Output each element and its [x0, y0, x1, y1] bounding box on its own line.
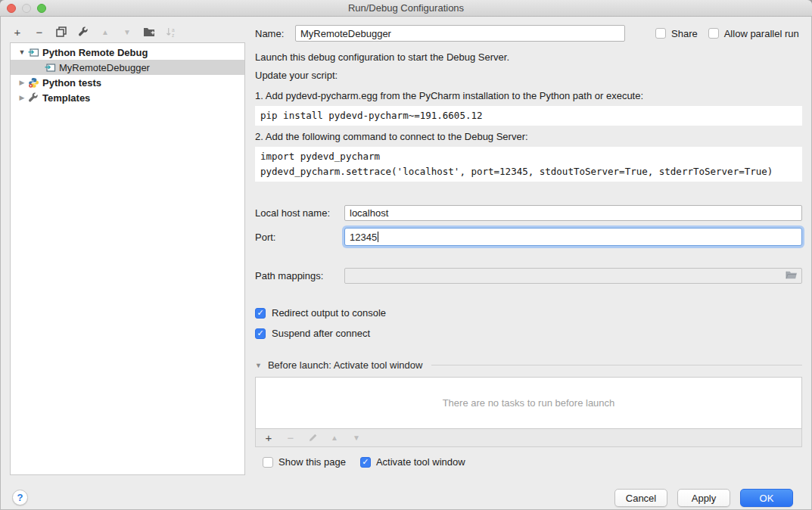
- tree-item-label: MyRemoteDebugger: [59, 62, 150, 73]
- configurations-toolbar: + − ▲ ▼ az: [11, 23, 178, 41]
- remote-debug-icon: [45, 62, 56, 73]
- path-mappings-label: Path mappings:: [255, 270, 344, 281]
- configuration-editor: Name: Share Allow parallel run Launch th…: [255, 17, 802, 468]
- sort-configurations-icon[interactable]: az: [164, 25, 178, 39]
- name-input[interactable]: [295, 25, 625, 42]
- remove-configuration-icon[interactable]: −: [33, 25, 46, 39]
- dialog-footer: ? Cancel Apply OK: [0, 475, 812, 510]
- text-caret: [378, 232, 378, 242]
- local-host-name-input[interactable]: [344, 205, 802, 221]
- python-tests-icon: [28, 77, 39, 89]
- configurations-tree: ▼ Python Remote Debug MyRemoteDebugger ▶: [10, 42, 245, 475]
- copy-configuration-icon[interactable]: [54, 25, 68, 39]
- add-configuration-icon[interactable]: +: [11, 25, 24, 39]
- redirect-output-checkbox[interactable]: ✓: [255, 308, 266, 319]
- tree-item-myremotedebugger[interactable]: MyRemoteDebugger: [11, 60, 244, 75]
- task-list-toolbar: + − ▲ ▼: [255, 429, 802, 447]
- tree-item-python-remote-debug[interactable]: ▼ Python Remote Debug: [11, 45, 244, 60]
- help-icon: ?: [17, 492, 23, 503]
- apply-button[interactable]: Apply: [677, 489, 730, 507]
- create-folder-icon[interactable]: [142, 25, 156, 39]
- window-title: Run/Debug Configurations: [0, 0, 812, 17]
- help-button[interactable]: ?: [12, 490, 28, 505]
- chevron-right-icon[interactable]: ▶: [17, 79, 26, 86]
- move-task-up-icon[interactable]: ▲: [328, 431, 341, 445]
- path-mappings-input[interactable]: [344, 268, 802, 284]
- allow-parallel-run-checkbox-row[interactable]: Allow parallel run: [708, 28, 799, 39]
- port-label: Port:: [255, 232, 344, 243]
- before-launch-task-list: There are no tasks to run before launch: [255, 377, 802, 429]
- move-down-icon[interactable]: ▼: [120, 25, 134, 39]
- show-this-page-label: Show this page: [278, 456, 346, 468]
- remote-debug-icon: [28, 47, 39, 58]
- move-task-down-icon[interactable]: ▼: [350, 431, 363, 445]
- redirect-output-label: Redirect output to console: [272, 307, 386, 319]
- local-host-name-label: Local host name:: [255, 207, 344, 219]
- before-launch-title: Before launch: Activate tool window: [268, 359, 423, 371]
- tree-item-label: Templates: [42, 92, 90, 104]
- svg-text:z: z: [171, 33, 173, 38]
- port-input[interactable]: 12345: [344, 228, 802, 246]
- svg-text:a: a: [171, 26, 174, 32]
- activate-tool-window-label: Activate tool window: [376, 456, 465, 468]
- tree-item-python-tests[interactable]: ▶ Python tests: [11, 75, 244, 90]
- run-debug-configurations-dialog: Run/Debug Configurations + − ▲ ▼ az ▼ Py…: [0, 0, 812, 510]
- settrace-code: import pydevd_pycharm pydevd_pycharm.set…: [255, 147, 802, 182]
- edit-templates-icon[interactable]: [76, 25, 90, 39]
- share-label: Share: [671, 28, 698, 39]
- move-up-icon[interactable]: ▲: [98, 25, 112, 39]
- activate-tool-window-row[interactable]: ✓ Activate tool window: [360, 456, 465, 468]
- add-task-icon[interactable]: +: [262, 431, 275, 445]
- chevron-down-icon[interactable]: ▼: [17, 48, 26, 56]
- tree-item-label: Python tests: [42, 77, 101, 89]
- cancel-button[interactable]: Cancel: [614, 489, 667, 507]
- activate-tool-window-checkbox[interactable]: ✓: [360, 457, 371, 468]
- ok-button[interactable]: OK: [740, 489, 793, 507]
- tree-item-label: Python Remote Debug: [42, 47, 148, 58]
- browse-folder-icon[interactable]: [786, 270, 798, 282]
- share-checkbox-row[interactable]: Share: [655, 28, 698, 39]
- show-this-page-checkbox[interactable]: [263, 457, 273, 468]
- chevron-down-icon[interactable]: ▼: [255, 362, 262, 369]
- show-this-page-row[interactable]: Show this page: [263, 456, 346, 468]
- chevron-right-icon[interactable]: ▶: [17, 94, 26, 101]
- pip-install-code: pip install pydevd-pycharm~=191.6605.12: [255, 106, 802, 126]
- port-value: 12345: [350, 232, 377, 243]
- allow-parallel-run-label: Allow parallel run: [724, 28, 799, 39]
- tree-item-templates[interactable]: ▶ Templates: [11, 90, 244, 105]
- remove-task-icon[interactable]: −: [284, 431, 297, 445]
- name-label: Name:: [255, 28, 295, 39]
- redirect-output-row[interactable]: ✓ Redirect output to console: [255, 307, 802, 319]
- title-bar: Run/Debug Configurations: [0, 0, 812, 17]
- suspend-after-connect-checkbox[interactable]: ✓: [255, 328, 266, 339]
- separator-line: [431, 365, 802, 365]
- intro-text: Launch this debug configuration to start…: [255, 51, 802, 63]
- edit-task-icon[interactable]: [306, 431, 319, 445]
- empty-task-list-text: There are no tasks to run before launch: [443, 397, 615, 409]
- step1-text: 1. Add pydevd-pycharm.egg from the PyCha…: [255, 90, 802, 101]
- step2-text: 2. Add the following command to connect …: [255, 131, 802, 142]
- before-launch-header[interactable]: ▼ Before launch: Activate tool window: [255, 359, 802, 371]
- templates-wrench-icon: [28, 92, 39, 104]
- update-script-text: Update your script:: [255, 70, 802, 81]
- share-checkbox[interactable]: [655, 28, 666, 39]
- allow-parallel-run-checkbox[interactable]: [708, 28, 719, 39]
- suspend-after-connect-label: Suspend after connect: [272, 328, 370, 339]
- suspend-after-connect-row[interactable]: ✓ Suspend after connect: [255, 328, 802, 339]
